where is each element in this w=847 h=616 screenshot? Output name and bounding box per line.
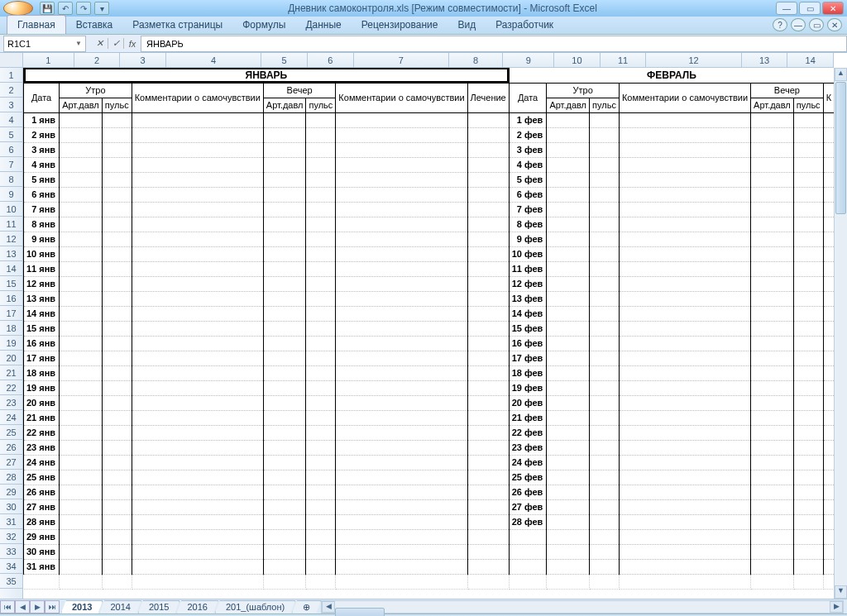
cell[interactable] xyxy=(751,276,794,291)
cell[interactable] xyxy=(547,291,590,306)
cell[interactable] xyxy=(306,395,336,410)
cell[interactable] xyxy=(336,306,467,321)
cell[interactable] xyxy=(619,217,750,232)
cell[interactable] xyxy=(132,574,263,589)
cell[interactable] xyxy=(263,499,306,514)
cell[interactable] xyxy=(60,574,103,589)
ribbon-tab-developer[interactable]: Разработчик xyxy=(486,16,563,34)
cell[interactable] xyxy=(467,455,509,470)
cell[interactable] xyxy=(263,410,306,425)
cell[interactable] xyxy=(336,157,467,172)
cell[interactable] xyxy=(467,142,509,157)
cell[interactable] xyxy=(132,202,263,217)
cell[interactable] xyxy=(547,440,590,455)
cell[interactable] xyxy=(547,455,590,470)
cell[interactable] xyxy=(547,127,590,142)
cell[interactable] xyxy=(793,232,823,246)
date-cell[interactable] xyxy=(509,529,547,544)
date-cell[interactable]: 9 фев xyxy=(509,232,547,246)
date-cell[interactable]: 9 янв xyxy=(24,232,60,246)
header-treatment[interactable]: Лечение xyxy=(467,83,509,112)
cell[interactable] xyxy=(336,246,467,261)
column-header[interactable]: 4 xyxy=(166,53,261,67)
row-header[interactable]: 18 xyxy=(0,321,22,336)
cell[interactable] xyxy=(467,529,509,544)
cell[interactable] xyxy=(467,365,509,380)
cell[interactable] xyxy=(132,232,263,246)
horizontal-scroll-thumb[interactable] xyxy=(335,608,385,617)
row-header[interactable]: 8 xyxy=(0,172,22,187)
date-cell[interactable]: 13 янв xyxy=(24,291,60,306)
cell[interactable] xyxy=(823,544,834,559)
cell[interactable] xyxy=(306,246,336,261)
cell[interactable] xyxy=(306,544,336,559)
cell[interactable] xyxy=(467,559,509,574)
fx-cancel-icon[interactable]: ✕ xyxy=(91,38,108,49)
header-date[interactable]: Дата xyxy=(509,83,547,112)
cell[interactable] xyxy=(823,529,834,544)
cell[interactable] xyxy=(823,232,834,246)
cell[interactable] xyxy=(793,425,823,440)
cell[interactable] xyxy=(132,187,263,202)
row-header[interactable]: 29 xyxy=(0,485,22,499)
cell[interactable] xyxy=(547,559,590,574)
cell[interactable] xyxy=(102,187,132,202)
row-header[interactable]: 31 xyxy=(0,514,22,529)
cell[interactable] xyxy=(751,172,794,187)
row-header[interactable]: 4 xyxy=(0,112,22,127)
cell[interactable] xyxy=(467,127,509,142)
cell[interactable] xyxy=(132,410,263,425)
date-cell[interactable]: 21 янв xyxy=(24,410,60,425)
cell[interactable] xyxy=(467,232,509,246)
name-box[interactable]: R1C1 ▼ xyxy=(3,36,86,52)
cell[interactable] xyxy=(102,306,132,321)
date-cell[interactable]: 28 фев xyxy=(509,514,547,529)
cell[interactable] xyxy=(132,544,263,559)
cell[interactable] xyxy=(590,291,620,306)
cell[interactable] xyxy=(619,261,750,276)
header-evening[interactable]: Вечер xyxy=(263,83,336,98)
cell[interactable] xyxy=(823,157,834,172)
cell[interactable] xyxy=(60,217,103,232)
row-header[interactable]: 33 xyxy=(0,544,22,559)
date-cell[interactable]: 19 янв xyxy=(24,380,60,395)
date-cell[interactable]: 14 янв xyxy=(24,306,60,321)
cell[interactable] xyxy=(263,395,306,410)
date-cell[interactable]: 5 янв xyxy=(24,172,60,187)
formula-input[interactable]: ЯНВАРЬ xyxy=(141,36,847,52)
date-cell[interactable]: 24 янв xyxy=(24,455,60,470)
cell[interactable] xyxy=(793,306,823,321)
help-icon[interactable]: ? xyxy=(773,18,787,31)
cell[interactable] xyxy=(619,395,750,410)
date-cell[interactable]: 1 фев xyxy=(509,112,547,127)
cell[interactable] xyxy=(751,380,794,395)
cell[interactable] xyxy=(793,544,823,559)
date-cell[interactable]: 19 фев xyxy=(509,380,547,395)
cell[interactable] xyxy=(132,440,263,455)
cell[interactable] xyxy=(102,425,132,440)
cell[interactable] xyxy=(60,425,103,440)
cell[interactable] xyxy=(467,395,509,410)
cell[interactable] xyxy=(793,380,823,395)
cell[interactable] xyxy=(619,410,750,425)
minimize-button[interactable]: — xyxy=(776,2,797,15)
cell[interactable] xyxy=(263,321,306,336)
cell[interactable] xyxy=(823,574,834,589)
cell[interactable] xyxy=(751,112,794,127)
cell[interactable] xyxy=(547,499,590,514)
redo-icon[interactable]: ↷ xyxy=(76,2,91,15)
row-header[interactable]: 10 xyxy=(0,202,22,217)
row-header[interactable]: 24 xyxy=(0,410,22,425)
cell[interactable] xyxy=(263,544,306,559)
header-pulse[interactable]: пульс xyxy=(306,98,336,112)
cell[interactable] xyxy=(60,559,103,574)
cell[interactable] xyxy=(823,127,834,142)
cell[interactable] xyxy=(590,365,620,380)
cell[interactable] xyxy=(60,351,103,365)
row-header[interactable]: 34 xyxy=(0,559,22,574)
cell[interactable] xyxy=(619,276,750,291)
cell[interactable] xyxy=(102,380,132,395)
column-header[interactable]: 14 xyxy=(787,53,834,67)
cell[interactable] xyxy=(619,529,750,544)
date-cell[interactable]: 11 янв xyxy=(24,261,60,276)
